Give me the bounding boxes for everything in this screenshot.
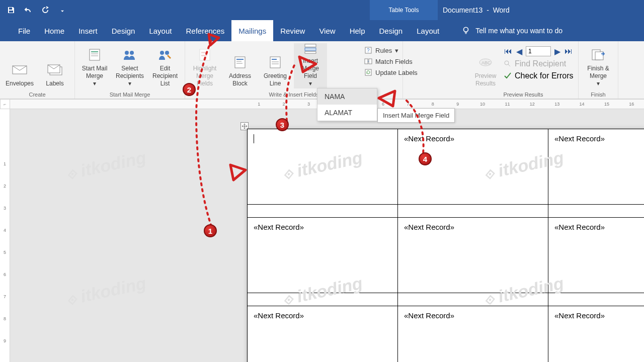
table-row: «Next Record»«Next Record»«Next Record» [248, 218, 645, 293]
annotation-marker-1: 1 [204, 224, 217, 237]
svg-rect-8 [91, 53, 98, 54]
label-cell[interactable]: «Next Record» [548, 218, 645, 293]
recipients-icon [122, 48, 138, 62]
group-start-mail-merge: Start Mail Merge ▾ Select Recipients ▾ E… [75, 41, 185, 99]
last-record-icon[interactable]: ⏭ [564, 47, 573, 56]
labels-button[interactable]: Labels [38, 43, 71, 88]
annotation-path-2 [277, 53, 337, 123]
find-recipient-button[interactable]: Find Recipient [502, 59, 575, 68]
next-record-icon[interactable]: ▶ [553, 47, 562, 56]
tab-home[interactable]: Home [37, 20, 71, 41]
tab-review[interactable]: Review [273, 20, 312, 41]
chevron-down-icon: ▾ [93, 80, 96, 87]
annotation-marker-2: 2 [183, 83, 196, 96]
label-cell[interactable]: «Next Record» [248, 306, 398, 363]
svg-rect-31 [369, 59, 372, 64]
group-label-create: Create [3, 90, 71, 98]
tell-me[interactable]: Tell me what you want to do [461, 26, 562, 35]
label-table: «Next Record» «Next Record» «Next Record… [247, 129, 644, 362]
ribbon-tabs: File Home Insert Design Layout Reference… [0, 20, 644, 41]
chevron-down-icon: ▾ [597, 80, 600, 87]
label-cell[interactable]: «Next Record» [398, 218, 548, 293]
tab-insert[interactable]: Insert [71, 20, 105, 41]
table-row [248, 293, 645, 306]
table-row [248, 205, 645, 218]
undo-icon[interactable] [24, 6, 32, 14]
svg-rect-37 [595, 52, 603, 60]
tab-help[interactable]: Help [343, 20, 372, 41]
rules-button[interactable]: ?Rules ▾ [364, 46, 418, 54]
svg-rect-7 [91, 51, 98, 52]
svg-rect-0 [9, 8, 12, 10]
annotation-marker-4: 4 [419, 152, 432, 165]
update-icon [364, 68, 372, 76]
svg-rect-30 [365, 59, 368, 64]
tab-file[interactable]: File [11, 20, 37, 41]
lightbulb-icon [461, 26, 470, 35]
record-number-input[interactable] [526, 46, 551, 56]
svg-point-2 [464, 27, 468, 32]
tab-design[interactable]: Design [105, 20, 142, 41]
table-row: «Next Record»«Next Record»«Next Record» [248, 306, 645, 363]
title-bar: Table Tools Document13 - Word [0, 0, 644, 20]
envelopes-button[interactable]: Envelopes [3, 43, 36, 88]
prev-record-icon[interactable]: ◀ [515, 47, 524, 56]
edit-recipient-list-button[interactable]: Edit Recipient List [148, 43, 182, 88]
svg-rect-26 [305, 48, 316, 51]
group-label-start: Start Mail Merge [78, 90, 182, 98]
svg-text:ABC: ABC [481, 60, 491, 65]
edit-recipients-icon [157, 48, 173, 62]
tab-table-design[interactable]: Design [372, 20, 410, 41]
svg-text:?: ? [367, 48, 370, 53]
page-icon [87, 48, 103, 62]
svg-rect-9 [91, 55, 98, 56]
preview-icon: ABC [477, 55, 494, 69]
svg-point-12 [160, 51, 164, 55]
page[interactable]: «Next Record» «Next Record» «Next Record… [247, 128, 644, 362]
context-tab-table-tools: Table Tools [370, 0, 438, 20]
chevron-down-icon: ▾ [128, 80, 131, 87]
svg-rect-6 [90, 49, 100, 60]
save-icon[interactable] [7, 6, 15, 14]
select-recipients-button[interactable]: Select Recipients ▾ [113, 43, 146, 88]
document-area: «Next Record» «Next Record» «Next Record… [10, 109, 644, 362]
svg-point-13 [165, 51, 169, 55]
redo-icon[interactable] [41, 6, 49, 14]
match-fields-button[interactable]: Match Fields [364, 57, 418, 65]
labels-icon [47, 63, 63, 77]
annotation-path-1 [181, 30, 242, 231]
ruler-corner: ⌐ [0, 99, 10, 109]
first-record-icon[interactable]: ⏮ [504, 47, 513, 56]
label-cell[interactable]: «Next Record» [548, 129, 645, 205]
record-navigator: ⏮ ◀ ▶ ⏭ [502, 44, 575, 56]
label-cell[interactable]: «Next Record» [548, 306, 645, 363]
group-preview-results: ABC Preview Results ⏮ ◀ ▶ ⏭ Find Recipie… [468, 41, 579, 99]
tab-view[interactable]: View [312, 20, 342, 41]
update-labels-button[interactable]: Update Labels [364, 68, 418, 76]
table-row: «Next Record» «Next Record» [248, 129, 645, 205]
check-icon [504, 72, 512, 80]
finish-merge-button[interactable]: Finish & Merge ▾ [582, 43, 615, 88]
label-cell[interactable]: «Next Record» [398, 306, 548, 363]
annotation-arrow-1 [221, 161, 262, 191]
rules-icon: ? [364, 46, 372, 54]
window-title: Document13 - Word [443, 0, 510, 20]
tab-table-layout[interactable]: Layout [410, 20, 446, 41]
svg-rect-32 [365, 69, 371, 75]
match-icon [364, 57, 372, 65]
annotation-marker-3: 3 [276, 118, 289, 131]
tab-layout[interactable]: Layout [142, 20, 179, 41]
vertical-ruler[interactable]: 123456789 [0, 99, 10, 362]
start-mail-merge-button[interactable]: Start Mail Merge ▾ [78, 43, 111, 88]
svg-point-10 [125, 51, 129, 55]
label-cell[interactable]: «Next Record» [248, 218, 398, 293]
svg-point-35 [505, 61, 509, 65]
svg-point-11 [130, 51, 134, 55]
search-icon [504, 60, 512, 68]
group-label-preview: Preview Results [471, 90, 575, 98]
check-errors-button[interactable]: Check for Errors [502, 71, 575, 80]
preview-results-button[interactable]: ABC Preview Results [471, 43, 500, 88]
qat-dropdown-icon[interactable] [58, 6, 66, 14]
group-finish: Finish & Merge ▾ Finish [579, 41, 618, 99]
finish-icon [590, 48, 606, 62]
